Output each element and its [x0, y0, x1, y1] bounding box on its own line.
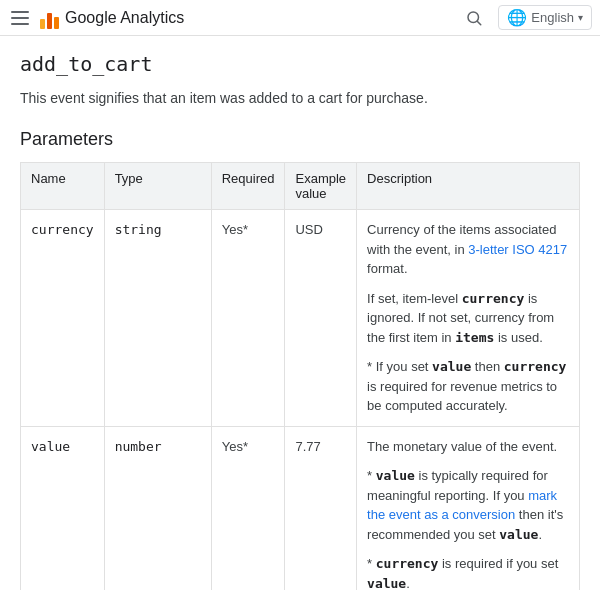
header-left: Google Analytics: [8, 6, 462, 30]
logo-bars-icon: [40, 7, 59, 29]
param-example-value: 7.77: [285, 426, 357, 590]
table-header-row: Name Type Required Example value Descrip…: [21, 163, 580, 210]
col-header-required: Required: [211, 163, 285, 210]
param-required-currency: Yes*: [211, 210, 285, 427]
iso-4217-link[interactable]: 3-letter ISO 4217: [468, 242, 567, 257]
table-row: currency string Yes* USD Currency of the…: [21, 210, 580, 427]
app-header: Google Analytics 🌐 English ▾: [0, 0, 600, 36]
col-header-description: Description: [357, 163, 580, 210]
param-desc-currency: Currency of the items associated with th…: [357, 210, 580, 427]
param-required-value: Yes*: [211, 426, 285, 590]
mark-event-conversion-link[interactable]: mark the event as a conversion: [367, 488, 557, 523]
main-content: add_to_cart This event signifies that an…: [0, 36, 600, 590]
bar3: [54, 17, 59, 29]
page-description: This event signifies that an item was ad…: [20, 88, 580, 109]
svg-point-0: [468, 12, 479, 23]
chevron-down-icon: ▾: [578, 12, 583, 23]
table-row: value number Yes* 7.77 The monetary valu…: [21, 426, 580, 590]
globe-icon: 🌐: [507, 8, 527, 27]
search-icon[interactable]: [462, 6, 486, 30]
bar1: [40, 19, 45, 29]
col-header-name: Name: [21, 163, 105, 210]
svg-line-1: [478, 21, 481, 24]
bar2: [47, 13, 52, 29]
logo-text: Google Analytics: [65, 9, 184, 27]
param-desc-value: The monetary value of the event. * value…: [357, 426, 580, 590]
param-example-currency: USD: [285, 210, 357, 427]
param-type-value: number: [104, 426, 211, 590]
parameters-heading: Parameters: [20, 129, 580, 150]
language-label: English: [531, 10, 574, 25]
param-name-currency: currency: [21, 210, 105, 427]
header-right: 🌐 English ▾: [462, 5, 592, 30]
language-selector[interactable]: 🌐 English ▾: [498, 5, 592, 30]
param-name-value: value: [21, 426, 105, 590]
parameters-table: Name Type Required Example value Descrip…: [20, 162, 580, 590]
col-header-example: Example value: [285, 163, 357, 210]
logo: Google Analytics: [40, 7, 184, 29]
col-header-type: Type: [104, 163, 211, 210]
menu-icon[interactable]: [8, 6, 32, 30]
page-title: add_to_cart: [20, 52, 580, 76]
param-type-currency: string: [104, 210, 211, 427]
